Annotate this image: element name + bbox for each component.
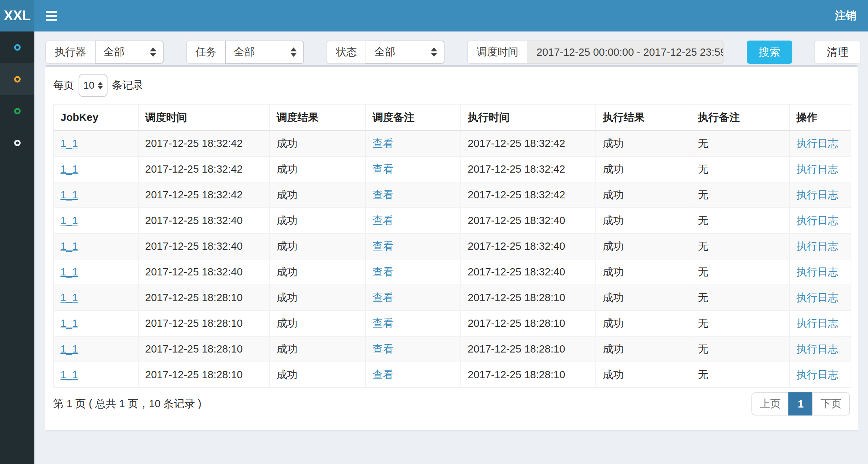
- dispatch-result-cell: 成功: [270, 156, 366, 182]
- main-content: 调度日志 任务调度中心 执行器 全部 任务 全部 状态 全部 调度时间: [34, 0, 868, 430]
- jobkey-link-cell: 1_1: [54, 259, 138, 285]
- jobkey-link[interactable]: 1_1: [60, 215, 78, 226]
- column-header-7: 执行备注: [691, 104, 789, 131]
- table-row: 1_12017-12-25 18:32:42成功查看2017-12-25 18:…: [54, 131, 851, 156]
- dispatch-note-link-cell: 查看: [366, 233, 461, 259]
- sidebar-item-1[interactable]: [0, 31, 34, 63]
- dispatch-note-link-cell: 查看: [366, 285, 461, 311]
- exec-note-cell: 无: [691, 233, 789, 259]
- exec-time-cell: 2017-12-25 18:32:40: [461, 259, 596, 285]
- column-header-4: 调度备注: [366, 104, 461, 131]
- dispatch-note-link-cell: 查看: [366, 336, 461, 362]
- exec-note-cell: 无: [691, 311, 789, 336]
- search-button[interactable]: 搜索: [747, 41, 792, 64]
- dispatch-result-cell: 成功: [270, 311, 366, 336]
- dispatch-note-link[interactable]: 查看: [372, 292, 393, 303]
- job-select[interactable]: 全部: [225, 41, 304, 64]
- pagination: 上页 1 下页: [751, 392, 850, 416]
- jobkey-link-cell: 1_1: [54, 336, 138, 362]
- executor-select[interactable]: 全部: [95, 41, 164, 64]
- circle-o-icon: [14, 108, 21, 114]
- dispatch-note-link[interactable]: 查看: [372, 317, 393, 329]
- exec-log-link[interactable]: 执行日志: [796, 163, 838, 175]
- exec-log-link[interactable]: 执行日志: [796, 215, 838, 226]
- exec-log-link[interactable]: 执行日志: [796, 138, 838, 149]
- time-filter-group: 调度时间 2017-12-25 00:00:00 - 2017-12-25 23…: [467, 41, 724, 64]
- exec-result-cell: 成功: [596, 259, 691, 285]
- job-filter-group: 任务 全部: [186, 41, 304, 64]
- table-row: 1_12017-12-25 18:28:10成功查看2017-12-25 18:…: [54, 285, 851, 311]
- hamburger-icon: [46, 11, 57, 13]
- dispatch-note-link[interactable]: 查看: [372, 138, 393, 149]
- exec-note-cell: 无: [691, 285, 789, 311]
- dispatch-note-link[interactable]: 查看: [372, 266, 393, 278]
- jobkey-link-cell: 1_1: [54, 311, 138, 336]
- exec-log-link[interactable]: 执行日志: [796, 240, 838, 252]
- exec-log-link[interactable]: 执行日志: [796, 369, 838, 380]
- navbar-main: 注销: [34, 0, 868, 31]
- exec-log-link-cell: 执行日志: [789, 156, 851, 182]
- dispatch-time-cell: 2017-12-25 18:32:40: [138, 208, 270, 233]
- sidebar-toggle-button[interactable]: [45, 7, 58, 24]
- dispatch-note-link-cell: 查看: [366, 156, 461, 182]
- dispatch-note-link[interactable]: 查看: [372, 343, 393, 355]
- exec-log-link[interactable]: 执行日志: [796, 266, 838, 278]
- jobkey-link[interactable]: 1_1: [60, 138, 78, 149]
- column-header-8: 操作: [789, 104, 851, 131]
- select-arrows-icon: [290, 47, 297, 57]
- dispatch-note-link[interactable]: 查看: [372, 369, 393, 380]
- app-logo[interactable]: XXL: [0, 0, 34, 31]
- table-row: 1_12017-12-25 18:28:10成功查看2017-12-25 18:…: [54, 336, 851, 362]
- exec-log-link[interactable]: 执行日志: [796, 343, 838, 355]
- dispatch-note-link[interactable]: 查看: [372, 240, 393, 252]
- exec-result-cell: 成功: [596, 156, 691, 182]
- sidebar-item-4[interactable]: [0, 127, 34, 159]
- time-range-input[interactable]: 2017-12-25 00:00:00 - 2017-12-25 23:59:5…: [527, 41, 724, 64]
- jobkey-link[interactable]: 1_1: [60, 369, 78, 380]
- jobkey-link-cell: 1_1: [54, 233, 138, 259]
- dispatch-note-link-cell: 查看: [366, 182, 461, 208]
- dispatch-result-cell: 成功: [270, 362, 366, 388]
- sidebar-item-3[interactable]: [0, 95, 34, 127]
- exec-log-link-cell: 执行日志: [789, 336, 851, 362]
- jobkey-link-cell: 1_1: [54, 131, 138, 156]
- dispatch-result-cell: 成功: [270, 131, 366, 156]
- column-header-1: JobKey: [54, 104, 138, 131]
- page-size-select[interactable]: 10: [79, 74, 108, 97]
- logout-link[interactable]: 注销: [835, 8, 856, 23]
- dispatch-note-link-cell: 查看: [366, 362, 461, 388]
- dispatch-note-link[interactable]: 查看: [372, 215, 393, 226]
- exec-note-cell: 无: [691, 362, 789, 388]
- current-page-button[interactable]: 1: [788, 392, 813, 416]
- exec-log-link[interactable]: 执行日志: [796, 292, 838, 303]
- jobkey-link[interactable]: 1_1: [60, 317, 78, 329]
- executor-filter-label: 执行器: [45, 41, 95, 64]
- dispatch-note-link[interactable]: 查看: [372, 189, 393, 201]
- exec-log-link[interactable]: 执行日志: [796, 317, 838, 329]
- jobkey-link[interactable]: 1_1: [60, 292, 78, 303]
- table-row: 1_12017-12-25 18:32:40成功查看2017-12-25 18:…: [54, 259, 851, 285]
- jobkey-link[interactable]: 1_1: [60, 189, 78, 201]
- jobkey-link[interactable]: 1_1: [60, 343, 78, 355]
- dispatch-note-link[interactable]: 查看: [372, 163, 393, 175]
- sidebar-item-2[interactable]: [0, 63, 34, 95]
- hamburger-icon: [46, 19, 57, 21]
- circle-o-icon: [14, 140, 21, 146]
- exec-log-link[interactable]: 执行日志: [796, 189, 838, 201]
- dispatch-time-cell: 2017-12-25 18:32:40: [138, 259, 270, 285]
- exec-log-link-cell: 执行日志: [789, 182, 851, 208]
- exec-result-cell: 成功: [596, 285, 691, 311]
- exec-log-link-cell: 执行日志: [789, 131, 851, 156]
- next-page-button[interactable]: 下页: [812, 392, 850, 416]
- jobkey-link[interactable]: 1_1: [60, 240, 78, 252]
- time-filter-label: 调度时间: [467, 41, 527, 64]
- prev-page-button[interactable]: 上页: [751, 392, 789, 416]
- column-header-5: 执行时间: [461, 104, 596, 131]
- executor-select-value: 全部: [104, 45, 125, 59]
- jobkey-link[interactable]: 1_1: [60, 266, 78, 278]
- dispatch-log-table: JobKey调度时间调度结果调度备注执行时间执行结果执行备注操作 1_12017…: [53, 104, 851, 388]
- jobkey-link[interactable]: 1_1: [60, 163, 78, 175]
- page-length-suffix: 条记录: [112, 78, 143, 93]
- status-select[interactable]: 全部: [366, 41, 444, 64]
- clear-button[interactable]: 清理: [814, 41, 861, 64]
